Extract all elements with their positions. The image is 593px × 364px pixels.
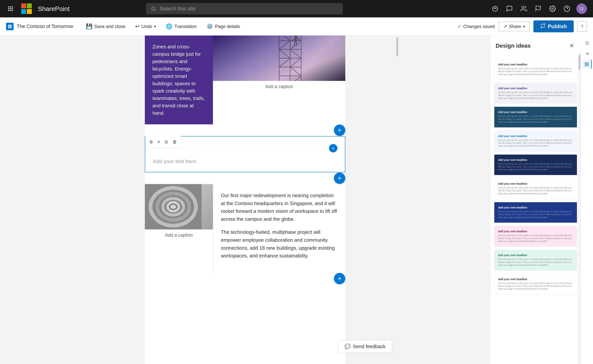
design-card-10-text: Get your point across, tell a story, or … — [498, 282, 573, 291]
share-chevron: ▾ — [523, 24, 525, 29]
text-placeholder[interactable]: Add your text here. — [153, 155, 337, 164]
changes-saved-text: Changes saved — [463, 24, 495, 29]
main-layout: Zones and cross-campus bridge just for p… — [0, 36, 593, 364]
feedback-icon: 💬 — [344, 344, 351, 350]
page-details-label: Page details — [215, 24, 240, 29]
copilot-icon-button[interactable] — [490, 4, 500, 14]
design-ideas-panel: Design ideas ✕ Add your own headline Get… — [490, 36, 581, 364]
search-icon — [151, 6, 157, 12]
format-button[interactable]: ≡ — [156, 138, 162, 146]
design-card-4-headline: Add your own headline — [498, 135, 573, 138]
col-image-caption[interactable]: Add a caption — [145, 229, 213, 241]
people-icon-button[interactable] — [519, 4, 529, 14]
hero-text-content: Zones and cross-campus bridge just for p… — [152, 44, 205, 116]
design-panel-scroll[interactable]: Add your own headline Get your point acr… — [490, 56, 581, 364]
svg-rect-1 — [10, 6, 11, 7]
ms-logo-green — [27, 3, 32, 8]
design-panel-close-button[interactable]: ✕ — [568, 41, 576, 51]
undo-label: Undo — [141, 24, 152, 29]
undo-button[interactable]: ↩ Undo ▾ — [132, 21, 159, 31]
chat-icon-button[interactable] — [505, 4, 514, 14]
translation-icon: 🌐 — [166, 23, 172, 29]
site-name: The Contoso of Tomorrow — [17, 23, 73, 29]
translation-button[interactable]: 🌐 Translation — [162, 21, 200, 31]
rail-arrow-button[interactable] — [583, 49, 592, 58]
toolbar-right-group: ✓ Changes saved ↗ Share ▾ Publish — [458, 20, 587, 32]
design-card-9-headline: Add your own headline — [498, 254, 573, 257]
share-button[interactable]: ↗ Share ▾ — [499, 22, 530, 31]
design-card-8-headline: Add your own headline — [498, 230, 573, 233]
hero-image — [213, 36, 345, 81]
rail-design-button[interactable] — [583, 60, 592, 69]
design-card-8[interactable]: Add your own headline Get your point acr… — [494, 226, 577, 247]
col-paragraph-2: The technology-fueled, multiphase projec… — [221, 228, 338, 260]
svg-line-10 — [155, 10, 156, 11]
svg-rect-20 — [10, 25, 12, 26]
design-card-2-headline: Add your own headline — [498, 87, 573, 90]
svg-point-16 — [552, 8, 553, 10]
settings-icon-button[interactable] — [548, 4, 557, 14]
design-panel-title: Design ideas — [496, 43, 531, 49]
design-card-3[interactable]: Add your own headline Get your point acr… — [494, 107, 577, 127]
add-inner-button[interactable]: + — [329, 144, 337, 152]
save-close-button[interactable]: 💾 Save and close — [82, 21, 129, 31]
svg-rect-19 — [8, 25, 10, 26]
panel-scrollbar[interactable] — [578, 53, 581, 364]
design-card-5-headline: Add your own headline — [498, 158, 573, 161]
design-card-2[interactable]: Add your own headline Get your point acr… — [494, 83, 577, 104]
page-toolbar: The Contoso of Tomorrow 💾 Save and close… — [0, 17, 593, 36]
search-box[interactable] — [146, 3, 343, 14]
design-card-1-text: Get your point across, tell a story, or … — [498, 67, 573, 76]
page-details-button[interactable]: ⚙️ Page details — [203, 21, 243, 31]
search-input[interactable] — [160, 6, 338, 12]
publish-icon — [540, 23, 546, 30]
delete-button[interactable]: 🗑 — [171, 138, 178, 146]
add-section-zone-2: + — [145, 172, 345, 184]
rail-search-button[interactable] — [583, 39, 592, 48]
undo-icon: ↩ — [135, 23, 139, 29]
add-section-zone-3: + — [145, 273, 345, 284]
hero-image-caption[interactable]: Add a caption — [213, 81, 345, 92]
svg-point-62 — [586, 42, 588, 44]
svg-rect-43 — [295, 37, 297, 42]
collapse-button[interactable] — [578, 21, 587, 32]
text-section-toolbar: ⊕ ≡ ⧉ 🗑 — [145, 136, 181, 148]
user-avatar[interactable]: U — [576, 3, 587, 14]
design-card-9[interactable]: Add your own headline Get your point acr… — [494, 250, 577, 270]
send-feedback-button[interactable]: 💬 Send feedback — [338, 340, 392, 353]
design-card-1[interactable]: Add your own headline Get your point acr… — [494, 59, 577, 80]
move-button[interactable]: ⊕ — [148, 138, 154, 146]
svg-rect-5 — [12, 8, 13, 9]
design-card-5[interactable]: Add your own headline Get your point acr… — [494, 154, 577, 175]
design-card-6-headline: Add your own headline — [498, 182, 573, 185]
help-icon-button[interactable] — [562, 4, 572, 14]
content-scrollbar[interactable] — [396, 36, 399, 364]
ms-logo-yellow — [27, 9, 32, 14]
svg-rect-68 — [587, 65, 588, 66]
flag-icon-button[interactable] — [533, 4, 543, 14]
design-card-10[interactable]: Add your own headline Get your point acr… — [494, 274, 577, 294]
design-card-9-text: Get your point across, tell a story, or … — [498, 258, 573, 266]
staircase-image — [145, 184, 213, 229]
save-close-label: Save and close — [94, 24, 125, 29]
add-section-button-2[interactable]: + — [334, 173, 345, 184]
col-text-content: Our first major redevelopment is nearing… — [221, 192, 338, 260]
design-card-6[interactable]: Add your own headline Get your point acr… — [494, 178, 577, 199]
add-section-button-3[interactable]: + — [334, 273, 345, 284]
page-canvas: Zones and cross-campus bridge just for p… — [145, 36, 345, 364]
content-area: Zones and cross-campus bridge just for p… — [0, 36, 490, 364]
add-section-button-1[interactable]: + — [334, 124, 345, 136]
design-card-4[interactable]: Add your own headline Get your point acr… — [494, 130, 577, 151]
grid-menu-button[interactable] — [6, 4, 15, 13]
nav-icon-group: U — [490, 3, 587, 14]
hero-section: Zones and cross-campus bridge just for p… — [145, 36, 345, 124]
col-paragraph-1: Our first major redevelopment is nearing… — [221, 192, 338, 223]
duplicate-button[interactable]: ⧉ — [163, 138, 169, 146]
svg-point-13 — [496, 8, 496, 8]
text-section[interactable]: ⊕ ≡ ⧉ 🗑 + Add your text here. — [145, 136, 345, 172]
design-card-2-text: Get your point across, tell a story, or … — [498, 91, 573, 100]
design-card-7-headline: Add your own headline — [498, 206, 573, 209]
hero-image-container: Add a caption — [213, 36, 345, 124]
design-card-7[interactable]: Add your own headline Get your point acr… — [494, 202, 577, 223]
publish-button[interactable]: Publish — [534, 20, 574, 32]
